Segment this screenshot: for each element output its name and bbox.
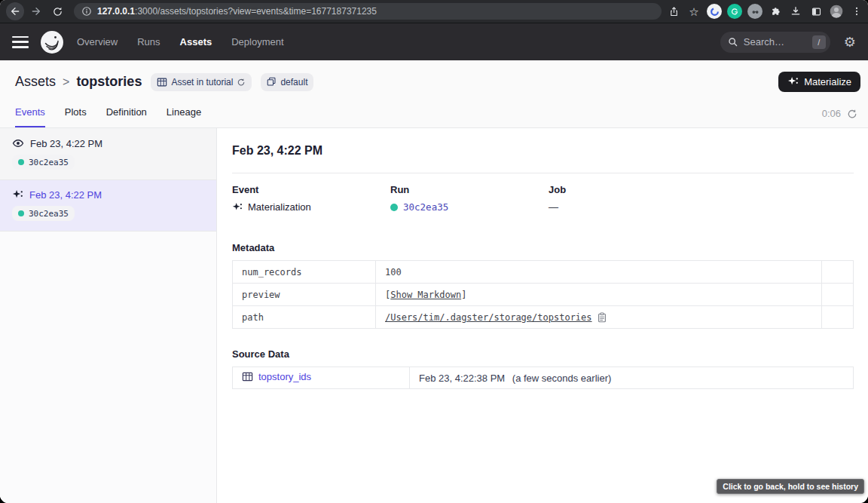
grammarly-extension-icon [727,4,742,19]
app-nav: Overview Runs Assets Deployment Search… … [0,23,868,60]
refresh-timer: 0:06 [822,108,841,119]
materialization-sparkle-icon [232,202,243,213]
run-status-dot [18,159,24,165]
settings-gear-icon[interactable]: ⚙ [844,35,856,49]
source-data-section-label: Source Data [232,348,854,360]
site-info-icon[interactable] [81,6,92,17]
goggles-extension-icon [747,4,763,19]
share-icon [668,6,680,17]
source-asset-link[interactable]: topstory_ids [242,371,311,382]
breadcrumb-separator: > [63,75,69,89]
asset-group-tag-default[interactable]: default [261,73,313,91]
breadcrumb: Assets > topstories Asset in tutorial de… [0,60,868,92]
search-input[interactable]: Search… / [720,32,830,53]
menu-dots-icon [851,6,862,17]
metadata-extra-cell [822,284,854,306]
refresh-icon[interactable] [847,109,857,119]
copy-clipboard-icon[interactable] [597,312,607,323]
event-detail-title: Feb 23, 4:22 PM [232,144,854,158]
bookmark-star-icon: ☆ [689,6,698,17]
back-button[interactable] [6,2,24,20]
run-status-dot [18,210,24,216]
nav-item-runs[interactable]: Runs [137,36,160,48]
extensions-button[interactable] [766,2,784,20]
path-link[interactable]: /Users/tim/.dagster/storage/topstories [385,312,592,323]
search-icon [728,37,738,48]
extension-button-grammarly[interactable] [726,2,744,20]
event-detail-panel: Feb 23, 4:22 PM Event Materialization Ru… [217,128,868,503]
download-icon [790,5,802,17]
metadata-key: num_records [233,261,376,284]
table-icon [242,371,253,382]
url-text: 127.0.0.1:3000/assets/topstories?view=ev… [97,6,377,17]
metadata-table: num_records 100 preview Show Markdown pa… [232,260,854,329]
tab-lineage[interactable]: Lineage [167,106,201,127]
tab-plots[interactable]: Plots [65,106,87,127]
tag-tutorial-label: Asset in tutorial [171,77,233,87]
divider [232,173,854,173]
nav-item-deployment[interactable]: Deployment [231,36,283,48]
run-id-link[interactable]: 30c2ea35 [403,201,448,213]
source-asset-name: topstory_ids [258,371,311,382]
job-empty-value: — [549,201,558,213]
source-update-time: Feb 23, 4:22:38 PM [419,373,505,384]
eye-icon [12,137,24,149]
back-arrow-icon [9,5,21,17]
reload-button[interactable] [48,2,66,20]
breadcrumb-assets-link[interactable]: Assets [15,74,56,90]
share-button[interactable] [665,2,683,20]
nav-item-assets[interactable]: Assets [180,36,212,48]
job-column-label: Job [549,184,707,195]
profile-avatar[interactable] [827,2,845,20]
run-status-dot [390,204,398,211]
event-timestamp: Feb 23, 4:22 PM [29,189,102,201]
tag-default-label: default [280,77,307,87]
tab-definition[interactable]: Definition [106,106,147,127]
address-bar[interactable]: 127.0.0.1:3000/assets/topstories?view=ev… [74,3,662,20]
asset-tabs: Events Plots Definition Lineage [0,106,216,127]
back-button-tooltip: Click to go back, hold to see history [717,479,864,494]
table-row: topstory_ids Feb 23, 4:22:38 PM (a few s… [233,367,854,389]
metadata-value: /Users/tim/.dagster/storage/topstories [376,306,822,329]
metadata-section-label: Metadata [232,242,854,253]
metadata-key: preview [233,284,376,306]
page-title: topstories [76,74,142,90]
extension-button-blue[interactable] [705,2,723,20]
forward-arrow-icon [30,5,42,17]
materialize-button[interactable]: Materialize [778,72,860,92]
browser-menu-button[interactable] [848,2,866,20]
show-markdown-link[interactable]: Show Markdown [390,290,461,300]
metadata-value: 100 [376,261,822,284]
run-id: 30c2ea35 [29,158,69,167]
metadata-extra-cell [822,306,854,329]
dagster-logo[interactable] [41,31,63,54]
downloads-button[interactable] [787,2,805,20]
refresh-icon[interactable] [237,78,246,87]
bookmark-button[interactable]: ☆ [685,2,703,20]
puzzle-icon [770,6,781,17]
nav-item-overview[interactable]: Overview [77,36,118,48]
run-tag[interactable]: 30c2ea35 [12,155,75,170]
asset-page-header: Assets > topstories Asset in tutorial de… [0,60,868,128]
materialize-label: Materialize [804,76,851,87]
event-type-value: Materialization [248,201,311,213]
run-tag[interactable]: 30c2ea35 [12,206,75,221]
materialize-sparkle-icon [787,76,799,87]
source-data-table: topstory_ids Feb 23, 4:22:38 PM (a few s… [232,367,854,389]
run-column-label: Run [390,184,549,195]
extension-button-goggles[interactable] [746,2,764,20]
event-column-label: Event [232,184,390,195]
side-panel-icon [811,6,822,17]
hamburger-menu-icon[interactable] [12,36,29,48]
forward-button[interactable] [27,2,45,20]
asset-group-tag-tutorial[interactable]: Asset in tutorial [151,73,252,91]
side-panel-button[interactable] [807,2,825,20]
event-list-item-materialization[interactable]: Feb 23, 4:22 PM 30c2ea35 [0,180,216,232]
tab-events[interactable]: Events [15,106,45,127]
browser-window: 127.0.0.1:3000/assets/topstories?view=ev… [0,0,868,503]
event-list-item-observation[interactable]: Feb 23, 4:22 PM 30c2ea35 [0,128,216,180]
run-id: 30c2ea35 [29,209,69,219]
event-list-sidebar: Feb 23, 4:22 PM 30c2ea35 Feb 23, 4:22 PM… [0,128,217,503]
search-shortcut-key: / [812,35,826,49]
search-placeholder: Search… [744,36,807,48]
